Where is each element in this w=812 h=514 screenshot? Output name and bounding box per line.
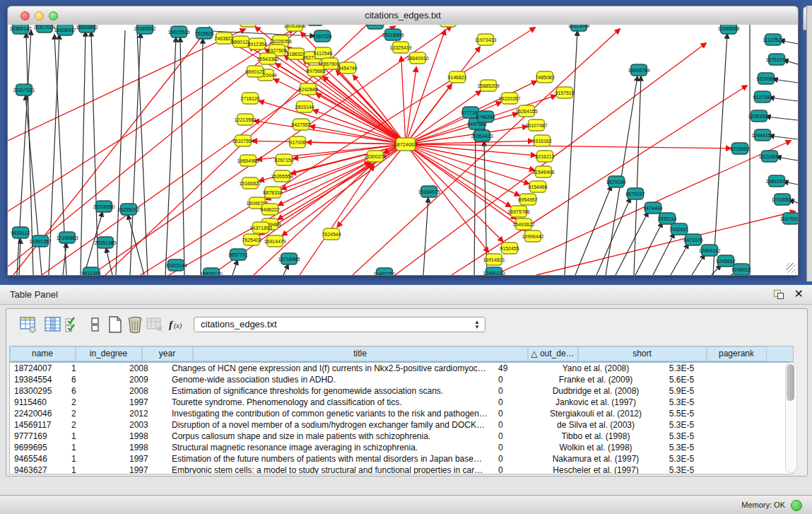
graph-node[interactable]: 2803144 (295, 101, 314, 112)
graph-node[interactable]: 11122527 (763, 34, 784, 45)
graph-node[interactable]: 16210643 (758, 151, 780, 162)
graph-node[interactable]: 7485083 (535, 71, 554, 83)
graph-node[interactable]: 2935114 (658, 213, 677, 224)
memory-ok-indicator-icon[interactable] (791, 500, 802, 511)
column-header-name[interactable]: name (10, 346, 76, 361)
graph-node[interactable]: 20317024 (33, 25, 55, 33)
graph-node[interactable]: 18724007 (394, 138, 417, 151)
column-header-year[interactable]: year (142, 346, 193, 361)
graph-node[interactable]: 12490233 (483, 267, 505, 275)
graph-node[interactable]: 10654112 (699, 245, 721, 256)
graph-node[interactable]: 9245012 (731, 264, 751, 275)
graph-node[interactable]: 16975786 (507, 206, 529, 217)
graph-edge[interactable] (283, 264, 288, 275)
graph-node[interactable]: 20303144 (165, 259, 187, 271)
graph-node[interactable]: 16914479 (264, 235, 286, 247)
graph-node[interactable]: 8471676 (683, 234, 702, 245)
graph-edge[interactable] (766, 117, 798, 120)
graph-node[interactable]: 10492251 (373, 268, 395, 275)
graph-node[interactable]: 16876120 (200, 268, 222, 275)
graph-node[interactable]: 25206550 (93, 201, 114, 212)
graph-node[interactable]: 15493622 (512, 218, 534, 230)
graph-node[interactable]: 11675334 (780, 213, 798, 224)
graph-node[interactable]: 7932621 (669, 223, 688, 235)
graph-node[interactable]: 9412345 (81, 267, 100, 275)
graph-node[interactable]: 9154466 (528, 181, 547, 192)
graph-node[interactable]: 19365142 (9, 25, 31, 34)
graph-node[interactable]: 13325419 (389, 42, 411, 53)
delete-column-icon[interactable] (146, 315, 164, 334)
graph-node[interactable]: 8813054 (365, 25, 384, 29)
graph-node[interactable]: 16648784 (628, 64, 649, 76)
graph-node[interactable]: 8612304 (438, 25, 457, 27)
graph-node[interactable]: 16938437 (54, 25, 76, 35)
graph-edge[interactable] (180, 37, 184, 275)
graph-node[interactable]: 8975685 (306, 65, 325, 76)
table-row[interactable]: 946362711997Embryonic stem cells: a mode… (10, 465, 793, 474)
graph-edge[interactable] (165, 37, 176, 275)
row-mode-icon[interactable] (86, 315, 105, 334)
graph-edge[interactable] (233, 260, 237, 275)
table-row[interactable]: 1456911722003Disruption of a novel membe… (10, 419, 793, 431)
graph-edge[interactable] (575, 186, 611, 275)
graph-edge[interactable] (770, 136, 798, 139)
graph-edge[interactable] (474, 129, 476, 275)
graph-node[interactable]: 15722051 (237, 25, 259, 27)
graph-node[interactable]: 2718120 (240, 93, 259, 104)
graph-node[interactable]: 16264155 (515, 105, 537, 117)
table-settings-icon[interactable] (19, 315, 37, 334)
table-row[interactable]: 1938455462009Genome-wide association stu… (10, 374, 793, 385)
graph-node[interactable]: 9857791 (228, 249, 247, 260)
graph-edge[interactable] (634, 76, 641, 275)
graph-node[interactable]: 7624544 (322, 228, 341, 240)
graph-edge[interactable] (401, 57, 406, 144)
graph-node[interactable]: 9245652 (716, 255, 735, 267)
graph-node[interactable]: 12213583 (234, 114, 256, 125)
graph-node[interactable]: 8954957 (518, 194, 537, 205)
show-column-icon[interactable] (44, 315, 62, 334)
graph-node[interactable]: 9933112 (11, 227, 30, 238)
network-window-titlebar[interactable]: citations_edges.txt (7, 6, 799, 26)
table-row[interactable]: 977716911998Corpus callosum shape and si… (10, 431, 793, 442)
graph-edge[interactable] (8, 29, 245, 141)
graph-edge[interactable] (671, 244, 688, 275)
graph-edge[interactable] (406, 113, 517, 144)
graph-node[interactable]: 9498222 (260, 204, 279, 215)
graph-node[interactable]: 917006 (289, 136, 305, 148)
graph-node[interactable]: 11548098 (718, 25, 740, 34)
graph-node[interactable]: 9152455 (500, 243, 519, 254)
float-panel-icon[interactable] (774, 290, 784, 299)
graph-edge[interactable] (307, 142, 406, 144)
graph-node[interactable]: 17016504 (771, 194, 793, 205)
graph-edge[interactable] (201, 39, 203, 275)
graph-edge[interactable] (116, 30, 125, 275)
graph-edge[interactable] (773, 79, 798, 83)
graph-node[interactable]: 7515526 (194, 28, 213, 39)
graph-node[interactable]: 9316162 (532, 135, 551, 146)
table-vertical-scrollbar[interactable] (785, 362, 797, 473)
graph-node[interactable]: 10996442 (522, 230, 543, 242)
graph-node[interactable]: 18640910 (406, 52, 428, 64)
table-row[interactable]: 969969511998Structural magnetic resonanc… (10, 442, 793, 453)
graph-node[interactable]: 8215953 (730, 143, 749, 154)
table-row[interactable]: 1830029562008Estimation of significance … (10, 385, 793, 397)
graph-node[interactable]: 11973433 (475, 34, 497, 45)
column-header-short[interactable]: short (578, 346, 707, 361)
graph-node[interactable]: 20364433 (471, 130, 493, 141)
graph-node[interactable]: 15718485 (278, 253, 300, 264)
graph-edge[interactable] (319, 64, 406, 144)
graph-node[interactable]: 18327624 (304, 25, 326, 25)
select-columns-icon[interactable] (64, 315, 82, 334)
graph-node[interactable]: 9242848 (298, 83, 317, 95)
graph-node[interactable]: 9474444 (643, 202, 662, 214)
graph-node[interactable]: 12093582 (748, 110, 770, 122)
table-selector-dropdown[interactable]: citations_edges.txt ▲▼ (194, 317, 486, 332)
graph-node[interactable]: 19654985 (237, 155, 259, 166)
scrollbar-thumb[interactable] (787, 364, 794, 401)
graph-edge[interactable] (653, 233, 674, 275)
graph-node[interactable]: 15751074 (765, 54, 787, 65)
network-window[interactable]: citations_edges.txt 19365142203170241693… (7, 6, 799, 276)
table-row[interactable]: 946554611997Estimation of the future num… (10, 453, 793, 465)
graph-edge[interactable] (137, 30, 148, 275)
close-panel-icon[interactable]: ✕ (794, 287, 804, 300)
